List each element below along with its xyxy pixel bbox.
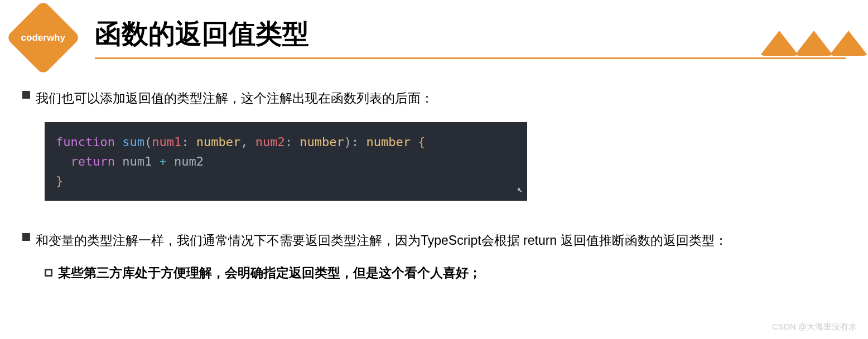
header: coderwhy 函数的返回值类型 xyxy=(0,0,868,64)
code-block: function sum(num1: number, num2: number)… xyxy=(45,122,527,201)
bullet-marker-icon xyxy=(22,91,30,99)
bullet-marker-icon xyxy=(22,233,30,241)
sub-bullet-item: 某些第三方库处于方便理解，会明确指定返回类型，但是这个看个人喜好； xyxy=(45,264,846,282)
code-punct: ) xyxy=(344,135,351,149)
code-punct: : xyxy=(285,135,292,149)
code-type: number xyxy=(366,135,410,149)
bullet-item: 我们也可以添加返回值的类型注解，这个注解出现在函数列表的后面： xyxy=(22,86,846,111)
content: 我们也可以添加返回值的类型注解，这个注解出现在函数列表的后面： function… xyxy=(0,64,868,282)
watermark: CSDN @大海里没有水 xyxy=(772,322,857,332)
code-var: num2 xyxy=(174,154,204,168)
code-brace: } xyxy=(56,174,63,188)
code-line: return num1 + num2 xyxy=(56,152,516,171)
code-punct: : xyxy=(181,135,189,149)
logo-text: coderwhy xyxy=(21,32,65,43)
code-line: } xyxy=(56,171,516,191)
triangle-icon xyxy=(760,31,799,56)
page-title: 函数的返回值类型 xyxy=(95,16,846,52)
code-param: num1 xyxy=(152,135,181,149)
code-type: number xyxy=(196,135,240,149)
code-punct: : xyxy=(351,135,359,149)
triangle-icon xyxy=(794,31,833,56)
sub-bullet-marker-icon xyxy=(45,269,52,277)
code-operator: + xyxy=(159,154,166,168)
code-line: function sum(num1: number, num2: number)… xyxy=(56,132,516,152)
title-section: 函数的返回值类型 xyxy=(95,16,868,59)
code-punct: ( xyxy=(144,135,152,149)
cursor-icon: ↖ xyxy=(517,182,523,197)
code-type: number xyxy=(300,135,344,149)
code-keyword: function xyxy=(56,135,115,149)
decoration-triangles xyxy=(764,31,868,56)
sub-bullet-text: 某些第三方库处于方便理解，会明确指定返回类型，但是这个看个人喜好； xyxy=(58,264,481,282)
triangle-icon xyxy=(829,31,868,56)
code-function-name: sum xyxy=(122,135,144,149)
code-brace: { xyxy=(418,135,425,149)
code-keyword: return xyxy=(71,154,115,168)
code-param: num2 xyxy=(255,135,285,149)
logo-badge: coderwhy xyxy=(6,0,80,75)
code-punct: , xyxy=(240,135,248,149)
bullet-text: 和变量的类型注解一样，我们通常情况下不需要返回类型注解，因为TypeScript… xyxy=(36,229,727,253)
code-var: num1 xyxy=(122,154,152,168)
title-underline xyxy=(95,57,846,59)
bullet-text: 我们也可以添加返回值的类型注解，这个注解出现在函数列表的后面： xyxy=(36,86,433,111)
bullet-item: 和变量的类型注解一样，我们通常情况下不需要返回类型注解，因为TypeScript… xyxy=(22,229,846,253)
